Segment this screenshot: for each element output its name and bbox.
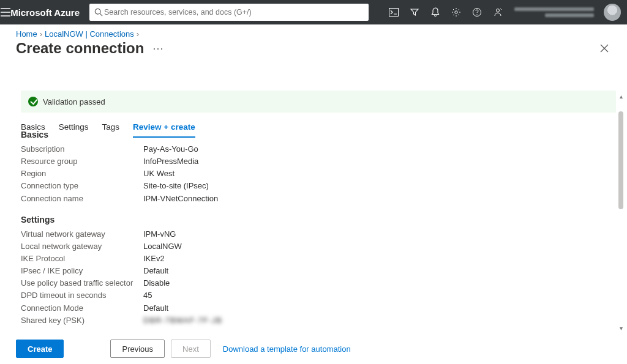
settings-button[interactable] <box>446 0 467 24</box>
svg-point-6 <box>497 9 500 12</box>
notifications-button[interactable] <box>425 0 446 24</box>
hamburger-icon <box>1 8 10 17</box>
hamburger-menu-button[interactable] <box>0 0 10 24</box>
review-content: Basics SubscriptionPay-As-You-Go Resourc… <box>0 122 616 333</box>
help-button[interactable] <box>467 0 487 24</box>
feedback-icon <box>493 7 503 17</box>
basics-rg-label: Resource group <box>21 155 143 168</box>
settings-psk-label: Shared key (PSK) <box>21 314 143 327</box>
section-settings-title: Settings <box>21 215 616 225</box>
scroll-up-button[interactable]: ▴ <box>617 92 625 100</box>
cloud-shell-icon <box>389 8 399 17</box>
gear-icon <box>451 7 461 17</box>
basics-region-value: UK West <box>143 168 175 180</box>
directories-button[interactable] <box>404 0 425 24</box>
chevron-right-icon: › <box>137 29 139 39</box>
settings-policy-value: Default <box>143 265 168 277</box>
basics-region-label: Region <box>21 168 143 180</box>
svg-point-3 <box>455 11 457 13</box>
settings-lng-value: LocalNGW <box>143 240 182 253</box>
settings-vng-label: Virtual network gateway <box>21 228 143 240</box>
next-button: Next <box>171 340 211 358</box>
breadcrumb: Home › LocalNGW | Connections › <box>0 24 627 40</box>
basics-connname-label: Connection name <box>21 193 143 205</box>
feedback-button[interactable] <box>487 0 508 24</box>
settings-selector-value: Disable <box>143 277 170 289</box>
page-title: Create connection <box>16 40 144 57</box>
search-input[interactable] <box>103 7 364 17</box>
section-basics-title: Basics <box>21 130 616 139</box>
global-search[interactable] <box>89 4 369 21</box>
settings-dpd-value: 45 <box>143 289 152 302</box>
settings-mode-label: Connection Mode <box>21 302 143 314</box>
search-icon <box>94 8 103 17</box>
more-actions-button[interactable]: ··· <box>152 42 163 55</box>
top-icons <box>383 0 627 24</box>
basics-subscription-label: Subscription <box>21 143 143 155</box>
basics-conntype-label: Connection type <box>21 180 143 192</box>
svg-rect-2 <box>389 9 399 17</box>
download-template-link[interactable]: Download a template for automation <box>223 344 351 354</box>
settings-vng-value: IPM-vNG <box>143 228 176 240</box>
filter-icon <box>410 7 419 17</box>
settings-lng-label: Local network gateway <box>21 240 143 253</box>
settings-ike-value: IKEv2 <box>143 253 165 265</box>
page-header: Create connection ··· <box>0 40 627 61</box>
validation-text: Validation passed <box>43 97 105 106</box>
settings-selector-label: Use policy based traffic selector <box>21 277 143 289</box>
wizard-footer: Create Previous Next Download a template… <box>0 333 627 364</box>
scroll-track[interactable] <box>617 100 625 324</box>
close-icon <box>600 44 609 53</box>
vertical-scrollbar[interactable]: ▴ ▾ <box>617 92 625 332</box>
basics-connname-value: IPM-VNetConnection <box>143 193 218 205</box>
settings-ike-label: IKE Protocol <box>21 253 143 265</box>
scroll-thumb[interactable] <box>618 111 623 209</box>
scroll-down-button[interactable]: ▾ <box>617 324 625 332</box>
settings-policy-label: IPsec / IKE policy <box>21 265 143 277</box>
validation-banner: Validation passed <box>21 91 616 113</box>
account-info[interactable] <box>508 6 598 18</box>
basics-rg-value: InfoPressMedia <box>143 155 198 168</box>
top-bar: Microsoft Azure <box>0 0 627 24</box>
basics-subscription-value: Pay-As-You-Go <box>143 143 198 155</box>
breadcrumb-parent[interactable]: LocalNGW | Connections <box>45 29 134 39</box>
create-button[interactable]: Create <box>16 340 64 358</box>
previous-button[interactable]: Previous <box>110 340 165 358</box>
breadcrumb-home[interactable]: Home <box>16 29 37 39</box>
settings-mode-value: Default <box>143 302 168 314</box>
settings-psk-value: DBR-7BMAF-7F-JB <box>143 314 222 327</box>
close-blade-button[interactable] <box>600 44 609 53</box>
svg-point-5 <box>476 14 477 15</box>
chevron-right-icon: › <box>40 29 42 39</box>
svg-line-1 <box>100 13 102 16</box>
help-icon <box>472 7 482 17</box>
svg-point-0 <box>95 9 100 14</box>
success-check-icon <box>28 97 38 106</box>
basics-conntype-value: Site-to-site (IPsec) <box>143 180 209 192</box>
bell-icon <box>431 7 440 17</box>
cloud-shell-button[interactable] <box>383 0 404 24</box>
avatar[interactable] <box>604 4 621 21</box>
brand-label: Microsoft Azure <box>10 7 80 18</box>
settings-dpd-label: DPD timeout in seconds <box>21 289 143 302</box>
